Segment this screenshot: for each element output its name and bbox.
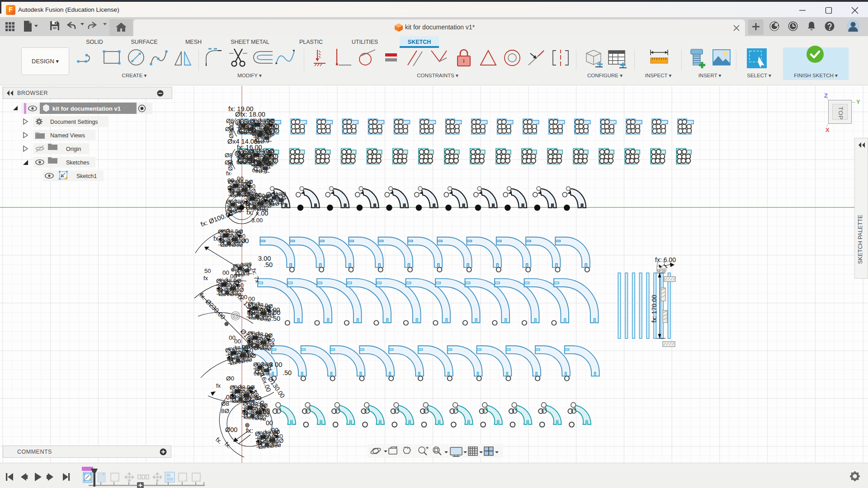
svg-text:Sketches: Sketches xyxy=(66,160,89,166)
svg-text:00: 00 xyxy=(222,269,229,276)
svg-text:.50: .50 xyxy=(271,315,280,322)
svg-text:.50: .50 xyxy=(283,369,292,376)
svg-text:kit for documentation v1: kit for documentation v1 xyxy=(52,105,121,112)
svg-text:0Ø: 0Ø xyxy=(248,352,256,359)
svg-text:Named Views: Named Views xyxy=(50,132,85,139)
svg-text:fx: 170.00: fx: 170.00 xyxy=(651,295,658,323)
svg-text:Origin: Origin xyxy=(66,146,81,152)
svg-text:Sketch1: Sketch1 xyxy=(76,173,97,179)
svg-text:Øø: Øø xyxy=(225,126,233,132)
svg-text:fx: fx xyxy=(213,235,218,242)
svg-text:fx: fx xyxy=(216,382,221,389)
svg-text:0Ø: 0Ø xyxy=(226,394,235,401)
svg-text:8Ø: 8Ø xyxy=(221,408,230,414)
svg-text:fx: fx xyxy=(203,275,208,282)
svg-text:Ø00: Ø00 xyxy=(225,426,237,433)
svg-text:Ø0: Ø0 xyxy=(226,375,234,382)
svg-text:Document Settings: Document Settings xyxy=(50,119,98,125)
svg-text:00 .00: 00 .00 xyxy=(245,395,262,402)
svg-text:00: 00 xyxy=(241,294,247,300)
svg-text:X: X xyxy=(826,127,830,133)
svg-text:50: 50 xyxy=(204,267,211,274)
svg-text:fx:: fx: xyxy=(246,427,253,434)
svg-text:fx.: fx. xyxy=(214,436,224,446)
svg-text:Z: Z xyxy=(824,92,828,99)
svg-text:3.00: 3.00 xyxy=(251,217,263,224)
svg-text:fx·: fx· xyxy=(226,170,232,177)
svg-text:00: 00 xyxy=(234,338,241,345)
svg-text:x.00: x.00 xyxy=(256,210,268,217)
svg-text:Øfx: 18.00: Øfx: 18.00 xyxy=(235,111,265,118)
svg-text:.50: .50 xyxy=(264,261,273,268)
svg-text:å00: å00 xyxy=(259,408,270,415)
svg-text:Y: Y xyxy=(856,99,860,105)
svg-text:Ø8: Ø8 xyxy=(226,117,234,124)
svg-text:fx:: fx: xyxy=(246,208,254,216)
svg-text:fx: 7x: fx: 7x xyxy=(250,267,261,284)
svg-text:00: 00 xyxy=(248,296,255,302)
svg-text:Ø8: Ø8 xyxy=(221,400,229,407)
svg-text:00: 00 xyxy=(266,419,273,427)
svg-text:fx: Ø100.00: fx: Ø100.00 xyxy=(200,210,234,228)
